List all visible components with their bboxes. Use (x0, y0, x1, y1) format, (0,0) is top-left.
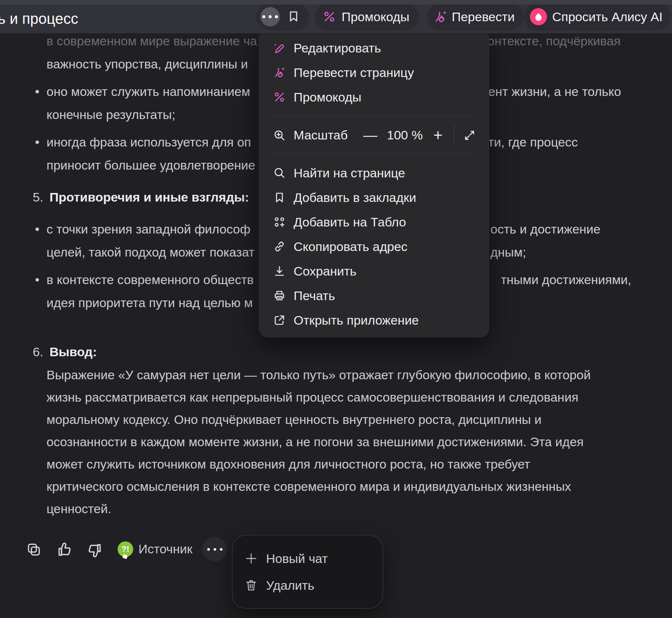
menu-item-label: Открыть приложение (294, 313, 419, 328)
thumbs-up-icon (56, 540, 74, 558)
menu-item-add-bookmark[interactable]: Добавить в закладки (259, 185, 489, 210)
page-text-line: приносит большее удовлетворение (47, 158, 255, 173)
page-text-line: тными достижениями, (501, 272, 631, 287)
bullet-marker: • (35, 84, 39, 99)
menu-item-label: Добавить на Табло (294, 215, 406, 229)
plus-icon (244, 551, 259, 566)
page-text-line: ость и достижение (490, 222, 601, 236)
chat-options-popup: Новый чат Удалить (232, 535, 383, 609)
delete-chat-menu-item[interactable]: Удалить (233, 572, 383, 599)
menu-item-edit[interactable]: Редактировать (259, 36, 489, 60)
menu-item-translate-page[interactable]: Перевести страницу (259, 60, 489, 85)
page-text-line: ент жизни, а не только (488, 84, 621, 99)
section-number: 6. (33, 344, 43, 359)
thumbs-down-icon (86, 542, 103, 560)
page-text-line: онтексте, подчёркивая (487, 33, 621, 48)
bookmark-page-button[interactable] (287, 9, 301, 23)
menu-item-label: Перевести страницу (294, 65, 414, 80)
menu-item-label: Печать (294, 289, 335, 303)
page-text-line: в контексте современного обществ (47, 272, 254, 287)
ask-alice-button[interactable]: Спросить Алису AI (524, 3, 671, 30)
translate-button[interactable]: Перевести (427, 3, 524, 30)
page-text-line: осознанности в каждом моменте жизни, а н… (47, 434, 583, 449)
printer-icon (273, 289, 286, 302)
section-heading: Противоречия и иные взгляды: (49, 190, 249, 205)
menu-divider (272, 115, 476, 116)
fullscreen-button[interactable] (463, 128, 477, 142)
window-chrome-strip (0, 0, 672, 4)
browser-window: в современном мире выражение ча онтексте… (0, 0, 672, 618)
page-text-line: оно может служить напоминанием (47, 84, 250, 99)
menu-item-copy-address[interactable]: Скопировать адрес (259, 234, 489, 259)
page-text-line: жизнь рассматривается как непрерывный пр… (47, 390, 578, 405)
menu-item-label: Скопировать адрес (294, 239, 407, 254)
menu-item-add-tablo[interactable]: Добавить на Табло (259, 210, 489, 234)
page-text-line: дным; (490, 245, 526, 260)
thumbs-up-button[interactable] (56, 540, 74, 558)
copy-answer-button[interactable] (25, 541, 42, 558)
zoom-out-button[interactable]: — (362, 127, 378, 144)
magic-pencil-icon (273, 41, 286, 55)
menu-item-save[interactable]: Сохранить (259, 259, 489, 283)
new-chat-label: Новый чат (266, 551, 328, 566)
bullet-marker: • (35, 222, 39, 236)
toolbar-tools-group (256, 3, 309, 30)
zoom-label: Масштаб (294, 128, 348, 142)
menu-item-open-app[interactable]: Открыть приложение (259, 308, 489, 332)
menu-zoom-row: Масштаб — 100 % + (259, 123, 489, 148)
page-text-line: важность упорства, дисциплины и (47, 57, 248, 71)
menu-item-label: Сохранить (294, 264, 356, 279)
menu-item-find-on-page[interactable]: Найти на странице (259, 161, 489, 185)
page-text-line: идея приоритета пути над целью м (47, 295, 253, 310)
download-icon (273, 264, 286, 278)
promocodes-label: Промокоды (342, 10, 409, 24)
dot (220, 548, 223, 551)
external-link-icon (273, 313, 286, 327)
dot (207, 548, 210, 551)
source-badge-icon: ?! (118, 541, 133, 557)
menu-item-label: Редактировать (294, 41, 381, 55)
copy-icon (25, 541, 42, 558)
search-icon (273, 166, 286, 180)
menu-item-label: Добавить в закладки (294, 190, 416, 205)
source-link[interactable]: Источник (138, 542, 192, 556)
ask-alice-label: Спросить Алису AI (552, 10, 663, 24)
section-number: 5. (33, 190, 43, 205)
link-icon (273, 240, 286, 253)
new-chat-menu-item[interactable]: Новый чат (233, 545, 383, 572)
dot (214, 548, 216, 551)
promocodes-button[interactable]: Промокоды (315, 3, 419, 30)
bookmark-icon (273, 191, 286, 204)
page-title: ь и процесс (0, 10, 78, 27)
alice-icon (530, 8, 547, 25)
menu-vertical-divider (454, 125, 454, 146)
expand-icon (463, 129, 476, 142)
percent-icon (273, 90, 286, 104)
browser-toolbar: ь и процесс Промокоды (0, 4, 672, 33)
page-text-line: с точки зрения западной философ (47, 222, 250, 236)
zoom-in-icon (273, 129, 286, 142)
dot (275, 15, 278, 18)
page-text-line: целей, такой подход может показат (47, 245, 255, 260)
trash-icon (244, 578, 259, 593)
answer-more-button[interactable] (202, 537, 227, 561)
delete-chat-label: Удалить (266, 578, 314, 593)
menu-item-label: Найти на странице (294, 166, 405, 180)
zoom-value: 100 % (383, 128, 427, 142)
zoom-in-button[interactable]: + (430, 127, 446, 144)
dot (269, 15, 272, 18)
bullet-marker: • (35, 272, 39, 287)
page-text-line: Выражение «У самурая нет цели — только п… (47, 367, 591, 382)
section-heading: Вывод: (49, 344, 97, 359)
menu-divider (272, 153, 476, 154)
thumbs-down-button[interactable] (86, 542, 103, 560)
menu-item-promocodes[interactable]: Промокоды (259, 85, 489, 109)
page-text-line: ценностей. (47, 501, 111, 516)
menu-item-print[interactable]: Печать (259, 283, 489, 308)
percent-icon (322, 10, 336, 24)
translate-label: Перевести (452, 10, 515, 24)
page-text-line: конечные результаты; (47, 107, 175, 122)
browser-menu-button[interactable] (260, 7, 280, 26)
dashboard-add-icon (273, 215, 286, 229)
page-text-line: в современном мире выражение ча (47, 33, 257, 48)
